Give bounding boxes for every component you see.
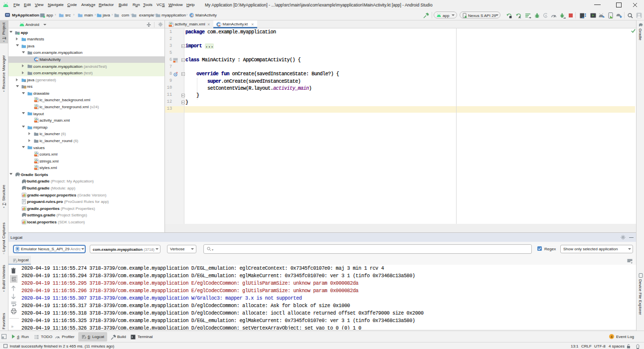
svg-text:A: A [519,15,521,18]
